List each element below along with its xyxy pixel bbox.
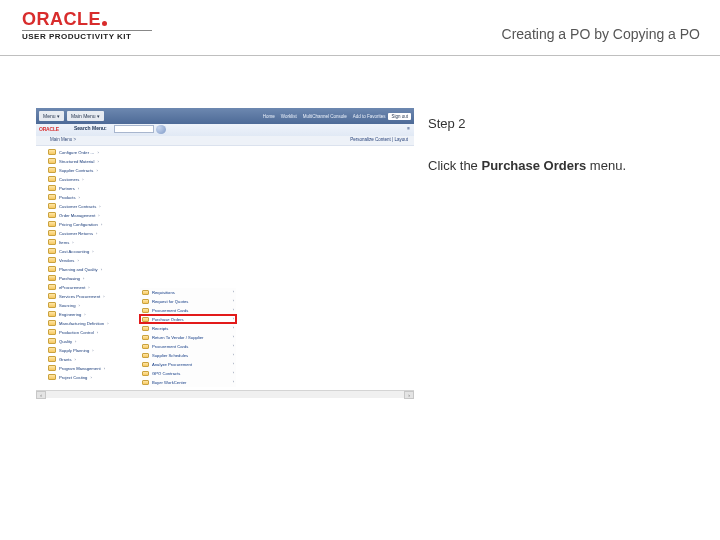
submenu-item-purchase-orders[interactable]: Purchase Orders› (140, 315, 236, 323)
chevron-right-icon: › (90, 375, 91, 380)
signout-button[interactable]: Sign out (388, 113, 411, 120)
main-menu-dropdown[interactable]: Main Menu ▾ (67, 111, 104, 121)
tree-item-label: Order Management (59, 213, 95, 218)
tree-item-label: Cost Accounting (59, 249, 89, 254)
tree-item[interactable]: Customers› (48, 175, 109, 183)
tree-item[interactable]: Engineering› (48, 310, 109, 318)
tree-item[interactable]: Products› (48, 193, 109, 201)
tree-item[interactable]: Planning and Quality› (48, 265, 109, 273)
tree-item[interactable]: Supply Planning› (48, 346, 109, 354)
submenu-item[interactable]: Buyer WorkCenter› (140, 378, 236, 386)
chevron-right-icon: › (77, 258, 78, 263)
submenu-item[interactable]: GPO Contracts› (140, 369, 236, 377)
tree-item[interactable]: Project Costing› (48, 373, 109, 381)
folder-icon (142, 362, 149, 367)
tree-item[interactable]: Grants› (48, 355, 109, 363)
search-go-icon[interactable] (156, 125, 166, 134)
tree-item[interactable]: Production Control› (48, 328, 109, 336)
chevron-right-icon: › (75, 339, 76, 344)
tree-item[interactable]: Quality› (48, 337, 109, 345)
pane-subhead: Main Menu > Personalize Content | Layout (36, 136, 414, 146)
chevron-right-icon: › (75, 357, 76, 362)
folder-icon (48, 320, 56, 326)
search-input[interactable] (114, 125, 154, 133)
tree-item[interactable]: Manufacturing Definition› (48, 319, 109, 327)
chevron-right-icon: › (82, 177, 83, 182)
submenu-item[interactable]: Analyze Procurement› (140, 360, 236, 368)
tree-item[interactable]: Vendors› (48, 256, 109, 264)
nav-favorites[interactable]: Add to Favorites (353, 114, 386, 119)
tree-item-label: Supplier Contracts (59, 168, 93, 173)
tree-item-label: Items (59, 240, 69, 245)
nav-worklist[interactable]: Worklist (281, 114, 297, 119)
embedded-screenshot: Menu ▾ Main Menu ▾ Home Worklist MultiCh… (36, 108, 414, 398)
submenu-item[interactable]: Supplier Schedules› (140, 351, 236, 359)
tree-item[interactable]: Items› (48, 238, 109, 246)
chevron-right-icon: › (72, 240, 73, 245)
personalize-link[interactable]: Personalize Content | Layout (350, 137, 408, 142)
folder-icon (48, 230, 56, 236)
scroll-left-icon[interactable]: ‹ (36, 391, 46, 399)
chevron-right-icon: › (233, 316, 234, 321)
tree-item[interactable]: Supplier Contracts› (48, 166, 109, 174)
chevron-right-icon: › (79, 303, 80, 308)
submenu-item[interactable]: Procurement Cards› (140, 342, 236, 350)
submenu-item[interactable]: Procurement Cards› (140, 306, 236, 314)
collapse-icon[interactable]: ≡ (407, 126, 410, 131)
folder-icon (48, 248, 56, 254)
submenu-item[interactable]: Request for Quotes› (140, 297, 236, 305)
chevron-right-icon: › (233, 361, 234, 366)
tree-item[interactable]: Services Procurement› (48, 292, 109, 300)
instruction-after: menu. (586, 158, 626, 173)
tree-item-label: Vendors (59, 258, 74, 263)
tree-item[interactable]: eProcurement› (48, 283, 109, 291)
folder-icon (48, 239, 56, 245)
chevron-right-icon: › (99, 204, 100, 209)
tree-item[interactable]: Customer Contracts› (48, 202, 109, 210)
instruction-text: Click the Purchase Orders menu. (428, 156, 698, 176)
mini-oracle-logo: ORACLE (39, 126, 59, 132)
chevron-right-icon: › (101, 267, 102, 272)
submenu-item-label: Buyer WorkCenter (152, 380, 186, 385)
nav-console[interactable]: MultiChannel Console (303, 114, 347, 119)
tree-item[interactable]: Order Management› (48, 211, 109, 219)
menu-dropdown[interactable]: Menu ▾ (39, 111, 64, 121)
chevron-right-icon: › (97, 150, 98, 155)
folder-icon (48, 302, 56, 308)
submenu-item-label: GPO Contracts (152, 371, 180, 376)
horizontal-scrollbar[interactable]: ‹ › (36, 390, 414, 398)
chevron-right-icon: › (97, 330, 98, 335)
tree-item[interactable]: Purchasing› (48, 274, 109, 282)
scroll-right-icon[interactable]: › (404, 391, 414, 399)
tree-item-label: Customers (59, 177, 79, 182)
folder-icon (48, 167, 56, 173)
folder-icon (48, 365, 56, 371)
tree-item[interactable]: Structured Material› (48, 157, 109, 165)
folder-icon (142, 380, 149, 385)
submenu-item[interactable]: Return To Vendor / Supplier› (140, 333, 236, 341)
search-label: Search Menu: (74, 125, 107, 131)
submenu-item-label: Purchase Orders (152, 317, 184, 322)
tree-item[interactable]: Program Management› (48, 364, 109, 372)
folder-icon (142, 335, 149, 340)
tree-item[interactable]: Pricing Configuration› (48, 220, 109, 228)
tree-item[interactable]: Configure Order …› (48, 148, 109, 156)
tree-item[interactable]: Sourcing› (48, 301, 109, 309)
tree-item[interactable]: Customer Returns› (48, 229, 109, 237)
oracle-logo: ORACLE (22, 10, 152, 28)
tree-item-label: Manufacturing Definition (59, 321, 104, 326)
submenu-item-label: Receipts (152, 326, 168, 331)
submenu-item[interactable]: Requisitions› (140, 288, 236, 296)
tree-item-label: Customer Returns (59, 231, 93, 236)
tree-item-label: Services Procurement (59, 294, 100, 299)
chevron-right-icon: › (107, 321, 108, 326)
chevron-right-icon: › (84, 312, 85, 317)
tree-item[interactable]: Partners› (48, 184, 109, 192)
nav-home[interactable]: Home (263, 114, 275, 119)
tree-item[interactable]: Cost Accounting› (48, 247, 109, 255)
tree-item-label: Program Management (59, 366, 101, 371)
submenu-item[interactable]: Receipts› (140, 324, 236, 332)
folder-icon (48, 257, 56, 263)
chevron-right-icon: › (233, 289, 234, 294)
folder-icon (48, 293, 56, 299)
